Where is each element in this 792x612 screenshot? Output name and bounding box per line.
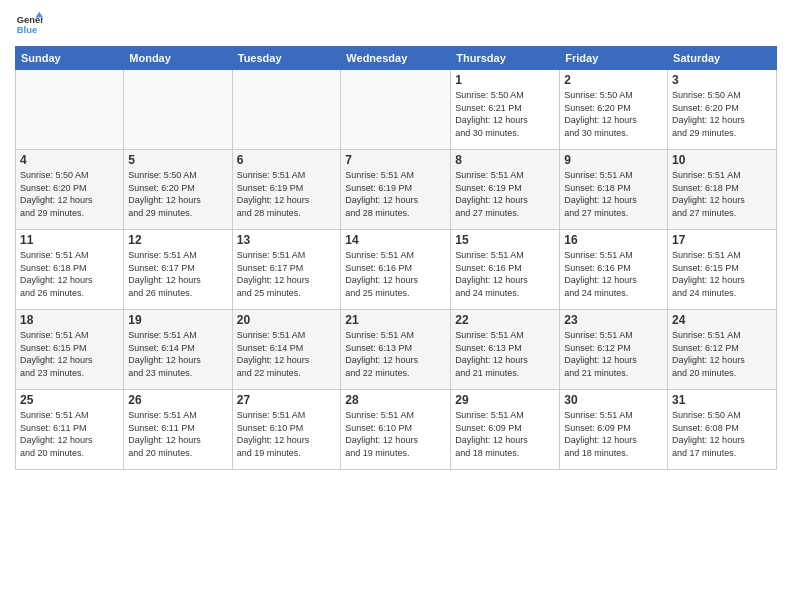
day-info: Sunrise: 5:51 AM Sunset: 6:16 PM Dayligh…	[345, 249, 446, 299]
calendar-week-row: 25Sunrise: 5:51 AM Sunset: 6:11 PM Dayli…	[16, 390, 777, 470]
day-number: 14	[345, 233, 446, 247]
day-info: Sunrise: 5:51 AM Sunset: 6:09 PM Dayligh…	[564, 409, 663, 459]
day-info: Sunrise: 5:51 AM Sunset: 6:13 PM Dayligh…	[455, 329, 555, 379]
calendar-cell	[16, 70, 124, 150]
day-info: Sunrise: 5:51 AM Sunset: 6:14 PM Dayligh…	[128, 329, 227, 379]
calendar-cell: 11Sunrise: 5:51 AM Sunset: 6:18 PM Dayli…	[16, 230, 124, 310]
calendar-cell: 10Sunrise: 5:51 AM Sunset: 6:18 PM Dayli…	[668, 150, 777, 230]
day-info: Sunrise: 5:51 AM Sunset: 6:11 PM Dayligh…	[20, 409, 119, 459]
weekday-header-monday: Monday	[124, 47, 232, 70]
calendar-cell: 6Sunrise: 5:51 AM Sunset: 6:19 PM Daylig…	[232, 150, 341, 230]
calendar-cell: 22Sunrise: 5:51 AM Sunset: 6:13 PM Dayli…	[451, 310, 560, 390]
calendar-cell: 26Sunrise: 5:51 AM Sunset: 6:11 PM Dayli…	[124, 390, 232, 470]
day-number: 15	[455, 233, 555, 247]
calendar-cell: 9Sunrise: 5:51 AM Sunset: 6:18 PM Daylig…	[560, 150, 668, 230]
day-number: 17	[672, 233, 772, 247]
day-number: 2	[564, 73, 663, 87]
day-number: 29	[455, 393, 555, 407]
day-info: Sunrise: 5:51 AM Sunset: 6:18 PM Dayligh…	[564, 169, 663, 219]
day-number: 9	[564, 153, 663, 167]
calendar-cell: 25Sunrise: 5:51 AM Sunset: 6:11 PM Dayli…	[16, 390, 124, 470]
calendar-cell: 12Sunrise: 5:51 AM Sunset: 6:17 PM Dayli…	[124, 230, 232, 310]
day-number: 25	[20, 393, 119, 407]
day-info: Sunrise: 5:51 AM Sunset: 6:15 PM Dayligh…	[672, 249, 772, 299]
calendar-cell: 8Sunrise: 5:51 AM Sunset: 6:19 PM Daylig…	[451, 150, 560, 230]
calendar-cell: 15Sunrise: 5:51 AM Sunset: 6:16 PM Dayli…	[451, 230, 560, 310]
day-info: Sunrise: 5:51 AM Sunset: 6:19 PM Dayligh…	[455, 169, 555, 219]
day-info: Sunrise: 5:51 AM Sunset: 6:16 PM Dayligh…	[564, 249, 663, 299]
day-info: Sunrise: 5:51 AM Sunset: 6:19 PM Dayligh…	[237, 169, 337, 219]
day-info: Sunrise: 5:51 AM Sunset: 6:09 PM Dayligh…	[455, 409, 555, 459]
day-number: 27	[237, 393, 337, 407]
calendar-cell: 16Sunrise: 5:51 AM Sunset: 6:16 PM Dayli…	[560, 230, 668, 310]
page-header: General Blue	[15, 10, 777, 38]
day-number: 4	[20, 153, 119, 167]
calendar-cell	[232, 70, 341, 150]
day-number: 12	[128, 233, 227, 247]
calendar-cell: 30Sunrise: 5:51 AM Sunset: 6:09 PM Dayli…	[560, 390, 668, 470]
day-number: 19	[128, 313, 227, 327]
weekday-header-row: SundayMondayTuesdayWednesdayThursdayFrid…	[16, 47, 777, 70]
calendar-cell: 24Sunrise: 5:51 AM Sunset: 6:12 PM Dayli…	[668, 310, 777, 390]
day-number: 22	[455, 313, 555, 327]
day-info: Sunrise: 5:51 AM Sunset: 6:14 PM Dayligh…	[237, 329, 337, 379]
day-info: Sunrise: 5:51 AM Sunset: 6:11 PM Dayligh…	[128, 409, 227, 459]
calendar-cell: 2Sunrise: 5:50 AM Sunset: 6:20 PM Daylig…	[560, 70, 668, 150]
calendar-table: SundayMondayTuesdayWednesdayThursdayFrid…	[15, 46, 777, 470]
day-info: Sunrise: 5:51 AM Sunset: 6:15 PM Dayligh…	[20, 329, 119, 379]
day-info: Sunrise: 5:51 AM Sunset: 6:19 PM Dayligh…	[345, 169, 446, 219]
svg-text:Blue: Blue	[17, 25, 37, 35]
day-info: Sunrise: 5:51 AM Sunset: 6:12 PM Dayligh…	[564, 329, 663, 379]
weekday-header-tuesday: Tuesday	[232, 47, 341, 70]
day-info: Sunrise: 5:50 AM Sunset: 6:20 PM Dayligh…	[672, 89, 772, 139]
day-number: 10	[672, 153, 772, 167]
weekday-header-sunday: Sunday	[16, 47, 124, 70]
weekday-header-saturday: Saturday	[668, 47, 777, 70]
weekday-header-wednesday: Wednesday	[341, 47, 451, 70]
calendar-cell: 1Sunrise: 5:50 AM Sunset: 6:21 PM Daylig…	[451, 70, 560, 150]
weekday-header-friday: Friday	[560, 47, 668, 70]
weekday-header-thursday: Thursday	[451, 47, 560, 70]
calendar-week-row: 4Sunrise: 5:50 AM Sunset: 6:20 PM Daylig…	[16, 150, 777, 230]
day-number: 30	[564, 393, 663, 407]
day-info: Sunrise: 5:51 AM Sunset: 6:12 PM Dayligh…	[672, 329, 772, 379]
day-number: 8	[455, 153, 555, 167]
day-info: Sunrise: 5:51 AM Sunset: 6:18 PM Dayligh…	[672, 169, 772, 219]
day-number: 28	[345, 393, 446, 407]
day-number: 16	[564, 233, 663, 247]
calendar-cell: 14Sunrise: 5:51 AM Sunset: 6:16 PM Dayli…	[341, 230, 451, 310]
calendar-cell: 19Sunrise: 5:51 AM Sunset: 6:14 PM Dayli…	[124, 310, 232, 390]
day-number: 1	[455, 73, 555, 87]
day-info: Sunrise: 5:50 AM Sunset: 6:20 PM Dayligh…	[20, 169, 119, 219]
day-info: Sunrise: 5:51 AM Sunset: 6:13 PM Dayligh…	[345, 329, 446, 379]
calendar-cell: 29Sunrise: 5:51 AM Sunset: 6:09 PM Dayli…	[451, 390, 560, 470]
day-number: 31	[672, 393, 772, 407]
day-info: Sunrise: 5:51 AM Sunset: 6:10 PM Dayligh…	[237, 409, 337, 459]
day-number: 13	[237, 233, 337, 247]
calendar-cell: 23Sunrise: 5:51 AM Sunset: 6:12 PM Dayli…	[560, 310, 668, 390]
day-number: 7	[345, 153, 446, 167]
calendar-cell: 7Sunrise: 5:51 AM Sunset: 6:19 PM Daylig…	[341, 150, 451, 230]
calendar-cell: 21Sunrise: 5:51 AM Sunset: 6:13 PM Dayli…	[341, 310, 451, 390]
calendar-cell: 13Sunrise: 5:51 AM Sunset: 6:17 PM Dayli…	[232, 230, 341, 310]
calendar-cell: 4Sunrise: 5:50 AM Sunset: 6:20 PM Daylig…	[16, 150, 124, 230]
calendar-cell: 31Sunrise: 5:50 AM Sunset: 6:08 PM Dayli…	[668, 390, 777, 470]
day-number: 11	[20, 233, 119, 247]
calendar-cell	[124, 70, 232, 150]
calendar-cell: 17Sunrise: 5:51 AM Sunset: 6:15 PM Dayli…	[668, 230, 777, 310]
calendar-cell: 28Sunrise: 5:51 AM Sunset: 6:10 PM Dayli…	[341, 390, 451, 470]
day-info: Sunrise: 5:50 AM Sunset: 6:20 PM Dayligh…	[128, 169, 227, 219]
calendar-week-row: 11Sunrise: 5:51 AM Sunset: 6:18 PM Dayli…	[16, 230, 777, 310]
calendar-cell: 20Sunrise: 5:51 AM Sunset: 6:14 PM Dayli…	[232, 310, 341, 390]
day-info: Sunrise: 5:51 AM Sunset: 6:16 PM Dayligh…	[455, 249, 555, 299]
day-info: Sunrise: 5:51 AM Sunset: 6:10 PM Dayligh…	[345, 409, 446, 459]
calendar-week-row: 18Sunrise: 5:51 AM Sunset: 6:15 PM Dayli…	[16, 310, 777, 390]
day-info: Sunrise: 5:51 AM Sunset: 6:18 PM Dayligh…	[20, 249, 119, 299]
day-number: 3	[672, 73, 772, 87]
logo-icon: General Blue	[15, 10, 43, 38]
day-number: 20	[237, 313, 337, 327]
day-info: Sunrise: 5:50 AM Sunset: 6:21 PM Dayligh…	[455, 89, 555, 139]
day-info: Sunrise: 5:50 AM Sunset: 6:08 PM Dayligh…	[672, 409, 772, 459]
calendar-cell: 18Sunrise: 5:51 AM Sunset: 6:15 PM Dayli…	[16, 310, 124, 390]
day-info: Sunrise: 5:50 AM Sunset: 6:20 PM Dayligh…	[564, 89, 663, 139]
